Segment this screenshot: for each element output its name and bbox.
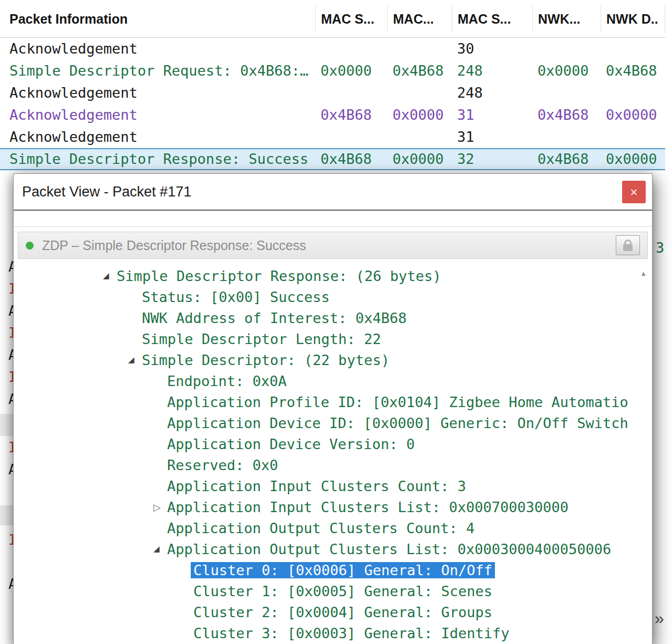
cell-mac-seq: 30 — [452, 38, 532, 60]
protocol-header-label: ZDP – Simple Descriptor Response: Succes… — [42, 238, 306, 253]
tree-node[interactable]: Application Profile ID: [0x0104] Zigbee … — [14, 391, 652, 412]
cell-nwk-src: 0x4B68 — [532, 149, 601, 169]
status-dot-icon — [26, 242, 34, 250]
tree-node[interactable]: Application Input Clusters List: 0x00070… — [14, 496, 652, 517]
packet-table: Packet Information MAC S... MAC... MAC S… — [0, 0, 665, 170]
tree-node-label: NWK Address of Interest: 0x4B68 — [142, 310, 407, 326]
tree-node[interactable]: Cluster 3: [0x0003] General: Identify — [14, 622, 652, 643]
expander-expanded-icon[interactable] — [153, 544, 167, 554]
packet-detail-tree: Simple Descriptor Response: (26 bytes) S… — [14, 259, 652, 644]
cell-nwk-src — [532, 126, 601, 148]
tree-node-label: Application Device Version: 0 — [167, 436, 415, 452]
tree-node-label: Cluster 3: [0x0003] General: Identify — [193, 625, 509, 641]
lock-icon — [623, 244, 633, 251]
tree-node[interactable]: Application Device Version: 0 — [14, 433, 652, 454]
cell-nwk-src: 0x4B68 — [532, 104, 601, 126]
cell-packet-info: Simple Descriptor Request: 0x4B68:… — [0, 60, 315, 82]
cell-packet-info: Acknowledgement — [0, 38, 315, 60]
tree-node-label: Application Output Clusters Count: 4 — [167, 520, 474, 536]
close-icon: × — [630, 186, 638, 198]
table-row-selected[interactable]: Simple Descriptor Response: Success 0x4B… — [0, 148, 665, 170]
table-row[interactable]: Simple Descriptor Request: 0x4B68:… 0x00… — [0, 60, 665, 82]
table-row[interactable]: Acknowledgement 30 — [0, 38, 665, 60]
column-header-mac-src[interactable]: MAC S... — [315, 5, 387, 33]
cell-mac-src: 0x4B68 — [315, 149, 387, 169]
cell-mac-src — [315, 126, 387, 148]
tree-node[interactable]: Reserved: 0x0 — [14, 454, 652, 475]
background-row-band — [0, 505, 13, 525]
tree-node[interactable]: Cluster 2: [0x0004] General: Groups — [14, 601, 652, 622]
cell-mac-src: 0x0000 — [315, 60, 387, 82]
table-row[interactable]: Acknowledgement 31 — [0, 126, 665, 148]
tree-node-label: Status: [0x00] Success — [142, 289, 330, 305]
cell-mac-seq: 248 — [452, 82, 532, 104]
tree-node-label: Application Output Clusters List: 0x0003… — [167, 541, 611, 557]
packet-table-header: Packet Information MAC S... MAC... MAC S… — [0, 0, 665, 38]
packet-view-dialog: Packet View - Packet #171 × ZDP – Simple… — [13, 173, 653, 644]
cell-nwk-dst: 0x0000 — [601, 104, 665, 126]
lock-button[interactable] — [616, 235, 640, 255]
tree-node[interactable]: NWK Address of Interest: 0x4B68 — [14, 307, 652, 328]
cell-nwk-dst — [601, 38, 665, 60]
tree-node-label: Simple Descriptor: (22 bytes) — [142, 352, 389, 368]
scroll-right-indicator[interactable]: » — [655, 607, 663, 629]
background-row-fragment: 3 — [656, 237, 664, 259]
close-button[interactable]: × — [622, 181, 646, 203]
tree-node[interactable]: Status: [0x00] Success — [14, 286, 652, 307]
expander-expanded-icon[interactable] — [128, 355, 142, 365]
cell-nwk-dst: 0x4B68 — [601, 60, 665, 82]
table-row[interactable]: Acknowledgement 248 — [0, 82, 665, 104]
tree-node[interactable]: Application Output Clusters Count: 4 — [14, 517, 652, 538]
tree-node[interactable]: Application Input Clusters Count: 3 — [14, 475, 652, 496]
tree-node-label: Reserved: 0x0 — [167, 457, 278, 473]
column-header-mac-dst[interactable]: MAC... — [387, 5, 452, 33]
tree-node[interactable]: Simple Descriptor Length: 22 — [14, 328, 652, 349]
tree-node[interactable]: Cluster 1: [0x0005] General: Scenes — [14, 580, 652, 601]
cell-mac-seq: 248 — [452, 60, 532, 82]
column-header-packet-information[interactable]: Packet Information — [0, 5, 315, 33]
tree-node[interactable]: Application Device ID: [0x0000] Generic:… — [14, 412, 652, 433]
tree-node-label: Application Input Clusters Count: 3 — [167, 478, 466, 494]
tree-node-selected[interactable]: Cluster 0: [0x0006] General: On/Off — [14, 559, 652, 580]
tree-node[interactable]: Endpoint: 0x0A — [14, 370, 652, 391]
scrollbar-up-arrow-icon[interactable] — [640, 269, 647, 277]
cell-packet-info: Acknowledgement — [0, 104, 315, 126]
cell-mac-src — [315, 82, 387, 104]
cell-mac-dst: 0x4B68 — [387, 60, 452, 82]
cell-nwk-src: 0x0000 — [532, 60, 601, 82]
dialog-subheader-strip — [14, 211, 652, 227]
tree-node-label: Cluster 2: [0x0004] General: Groups — [193, 604, 492, 620]
cell-mac-dst — [387, 82, 452, 104]
tree-node-label: Application Input Clusters List: 0x00070… — [167, 499, 568, 515]
tree-node-label: Application Device ID: [0x0000] Generic:… — [167, 415, 628, 431]
expander-collapsed-icon[interactable] — [153, 502, 167, 513]
tree-node[interactable]: Application Output Clusters List: 0x0003… — [14, 538, 652, 559]
tree-node-label: Simple Descriptor Length: 22 — [142, 331, 381, 347]
column-header-nwk-dst[interactable]: NWK D.. — [601, 5, 665, 33]
cell-mac-dst — [387, 38, 452, 60]
dialog-titlebar[interactable]: Packet View - Packet #171 × — [14, 174, 652, 211]
cell-nwk-src — [532, 38, 601, 60]
protocol-header-bar[interactable]: ZDP – Simple Descriptor Response: Succes… — [18, 232, 648, 259]
tree-node[interactable]: Simple Descriptor Response: (26 bytes) — [14, 265, 652, 286]
cell-packet-info: Acknowledgement — [0, 82, 315, 104]
cell-mac-dst: 0x0000 — [387, 149, 452, 169]
table-row[interactable]: Acknowledgement 0x4B68 0x0000 31 0x4B68 … — [0, 104, 665, 126]
cell-packet-info: Simple Descriptor Response: Success — [0, 149, 315, 169]
tree-node-label: Application Profile ID: [0x0104] Zigbee … — [167, 394, 628, 410]
cell-mac-src — [315, 38, 387, 60]
tree-node-label: Endpoint: 0x0A — [167, 373, 287, 389]
column-header-mac-seq[interactable]: MAC S... — [452, 5, 532, 33]
cell-mac-src: 0x4B68 — [315, 104, 387, 126]
cell-nwk-dst — [601, 82, 665, 104]
column-header-nwk-src[interactable]: NWK... — [532, 5, 601, 33]
tree-node-label: Simple Descriptor Response: (26 bytes) — [117, 268, 441, 284]
background-row-band — [0, 414, 13, 436]
cell-nwk-dst: 0x0000 — [601, 149, 665, 169]
cell-nwk-dst — [601, 126, 665, 148]
cell-mac-dst: 0x0000 — [387, 104, 452, 126]
cell-packet-info: Acknowledgement — [0, 126, 315, 148]
dialog-title: Packet View - Packet #171 — [22, 184, 191, 200]
tree-node[interactable]: Simple Descriptor: (22 bytes) — [14, 349, 652, 370]
expander-expanded-icon[interactable] — [103, 271, 117, 281]
